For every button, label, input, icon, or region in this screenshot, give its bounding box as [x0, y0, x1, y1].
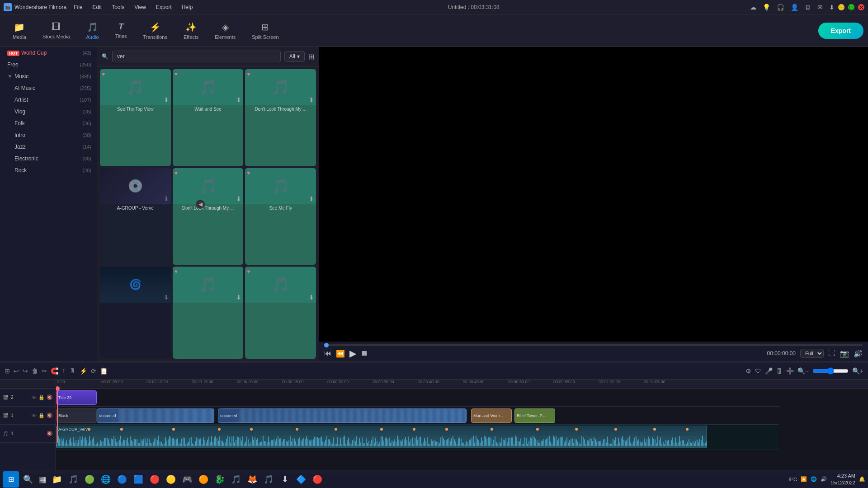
magnet-button[interactable]: 🧲: [51, 367, 58, 375]
timeline-cursor[interactable]: [57, 389, 58, 443]
toolbar-effects[interactable]: ✨ Effects: [175, 19, 207, 42]
audio-adjust-button[interactable]: 🎚: [70, 367, 76, 375]
filter-button[interactable]: All ▾: [284, 51, 305, 62]
music-card-see-me-fly[interactable]: ♥ 🎵 ⬇ See Me Fly: [245, 168, 316, 265]
black-clip[interactable]: Black: [56, 408, 97, 423]
category-folk[interactable]: Folk (36): [0, 117, 97, 129]
download-icon[interactable]: ⬇: [236, 96, 241, 103]
menu-view[interactable]: View: [130, 3, 151, 11]
taskbar-app5[interactable]: 🎮: [180, 472, 194, 487]
mail-icon[interactable]: ✉: [817, 4, 823, 11]
category-electronic[interactable]: Electronic (88): [0, 153, 97, 164]
menu-export[interactable]: Export: [151, 3, 176, 11]
add-track-button[interactable]: ⊞: [5, 367, 10, 375]
taskbar-music[interactable]: 🎵: [66, 472, 80, 487]
music-card-track-9[interactable]: ♥ 🎵 ⬇: [245, 267, 316, 359]
audio-clip[interactable]: A-GROUP_Verve: [56, 426, 707, 448]
headphone-icon[interactable]: 🎧: [777, 4, 784, 11]
taskbar-app3[interactable]: 🔴: [147, 472, 162, 487]
auto-ripple-button[interactable]: ⟳: [91, 367, 96, 375]
menu-edit[interactable]: Edit: [88, 3, 107, 11]
search-input[interactable]: [112, 51, 281, 62]
download-icon[interactable]: ⬇: [309, 294, 314, 301]
settings-button[interactable]: ⚙: [745, 367, 751, 375]
favorite-icon[interactable]: ♥: [175, 170, 178, 176]
taskbar-widgets[interactable]: ▦: [35, 472, 50, 487]
audio-mixer-button[interactable]: 🎛: [776, 367, 783, 375]
taskbar-app1[interactable]: 🔵: [115, 472, 129, 487]
cut-button[interactable]: ✂: [42, 367, 47, 375]
track-2-lock[interactable]: 🔒: [38, 394, 45, 400]
music-card-dont-look-through-1[interactable]: ♥ 🎵 ⬇ Don't Look Through My ...: [245, 69, 316, 166]
download-icon[interactable]: ⬇: [309, 195, 314, 202]
taskbar-app8[interactable]: 🎵: [229, 472, 243, 487]
favorite-icon[interactable]: ♥: [247, 71, 250, 77]
category-vlog[interactable]: Vlog (28): [0, 106, 97, 117]
download-icon[interactable]: ⬇: [236, 294, 241, 301]
music-card-agroup-verve[interactable]: 💿 ⬇ A-GROUP - Verve: [100, 168, 171, 265]
category-ai-music[interactable]: AI Music (235): [0, 82, 97, 94]
fullscreen-button[interactable]: ⛶: [828, 349, 835, 357]
mic-button[interactable]: 🎤: [765, 367, 773, 375]
speed-button[interactable]: ⚡: [80, 367, 87, 375]
unnamed-clip-2[interactable]: unnamed: [218, 408, 467, 423]
music-card-dont-look-through-2[interactable]: ♥ 🎵 ⬇ Don't Look Through My ...: [173, 168, 244, 265]
history-button[interactable]: 📋: [100, 367, 108, 375]
frame-back-button[interactable]: ⏪: [336, 349, 345, 358]
menu-help[interactable]: Help: [177, 3, 198, 11]
track-1-mute[interactable]: 🔇: [47, 413, 53, 418]
play-button[interactable]: ▶: [349, 348, 356, 359]
maximize-button[interactable]: □: [848, 4, 854, 10]
taskbar-app12[interactable]: 🔷: [294, 472, 308, 487]
audio-mute[interactable]: 🔇: [47, 431, 53, 436]
volume-button[interactable]: 🔊: [854, 349, 863, 358]
taskbar-app7[interactable]: 🐉: [212, 472, 227, 487]
taskbar-search[interactable]: 🔍: [21, 472, 35, 487]
step-back-button[interactable]: ⏮: [324, 349, 331, 357]
zoom-out-button[interactable]: 🔍−: [797, 367, 809, 375]
cloud-icon[interactable]: ☁: [750, 4, 756, 11]
shield-button[interactable]: 🛡: [755, 367, 761, 375]
music-card-animated-1[interactable]: 🌀 ⬇: [100, 267, 171, 359]
taskbar-app10[interactable]: 🎵: [261, 472, 276, 487]
eiffel-clip[interactable]: Eiffel Tower, P...: [514, 408, 555, 423]
bulb-icon[interactable]: 💡: [763, 4, 770, 11]
music-card-wait-and-see[interactable]: ♥ 🎵 ⬇ Wait and See: [173, 69, 244, 166]
account-icon[interactable]: 👤: [791, 4, 798, 11]
track-2-visibility[interactable]: 👁: [32, 394, 37, 400]
toolbar-audio[interactable]: 🎵 Audio: [78, 19, 107, 42]
download-icon[interactable]: ⬇: [164, 195, 169, 202]
monitor-icon[interactable]: 🖥: [805, 4, 811, 11]
music-card-track-8[interactable]: ♥ 🎵 ⬇: [173, 267, 244, 359]
toolbar-media[interactable]: 📁 Media: [5, 19, 34, 42]
redo-button[interactable]: ↪: [23, 367, 28, 375]
export-button[interactable]: Export: [818, 23, 863, 39]
toolbar-elements[interactable]: ◈ Elements: [207, 19, 244, 42]
category-jazz[interactable]: Jazz (14): [0, 141, 97, 153]
category-intro[interactable]: Intro (30): [0, 129, 97, 141]
download-icon[interactable]: ⬇: [236, 195, 241, 202]
title-clip[interactable]: Title 29: [56, 390, 97, 405]
grid-view-button[interactable]: ⊞: [308, 52, 314, 61]
favorite-icon[interactable]: ♥: [102, 71, 105, 77]
track-2-mute[interactable]: 🔇: [47, 394, 53, 400]
toolbar-split-screen[interactable]: ⊞ Split Screen: [244, 19, 287, 42]
notification-icon[interactable]: 🔔: [859, 476, 865, 482]
text-button[interactable]: T: [62, 367, 66, 375]
zoom-slider[interactable]: [812, 367, 849, 375]
toolbar-transitions[interactable]: ⚡ Transitions: [135, 19, 175, 42]
clock[interactable]: 4:23 AM 15/12/2022: [830, 473, 855, 486]
track-1-visibility[interactable]: 👁: [32, 413, 37, 418]
taskbar-app11[interactable]: ⬇: [278, 472, 292, 487]
close-button[interactable]: ✕: [858, 4, 864, 10]
menu-file[interactable]: File: [69, 3, 87, 11]
download-icon[interactable]: ⬇: [164, 294, 169, 301]
category-world-cup[interactable]: HOTWorld Cup (43): [0, 47, 97, 59]
man-woman-clip[interactable]: Man and Wom...: [471, 408, 512, 423]
undo-button[interactable]: ↩: [14, 367, 19, 375]
track-1-lock[interactable]: 🔒: [38, 413, 45, 418]
download-icon[interactable]: ⬇: [829, 4, 835, 11]
favorite-icon[interactable]: ♥: [247, 170, 250, 176]
collapse-panel-button[interactable]: ◀: [196, 200, 205, 209]
favorite-icon[interactable]: ♥: [175, 268, 178, 275]
